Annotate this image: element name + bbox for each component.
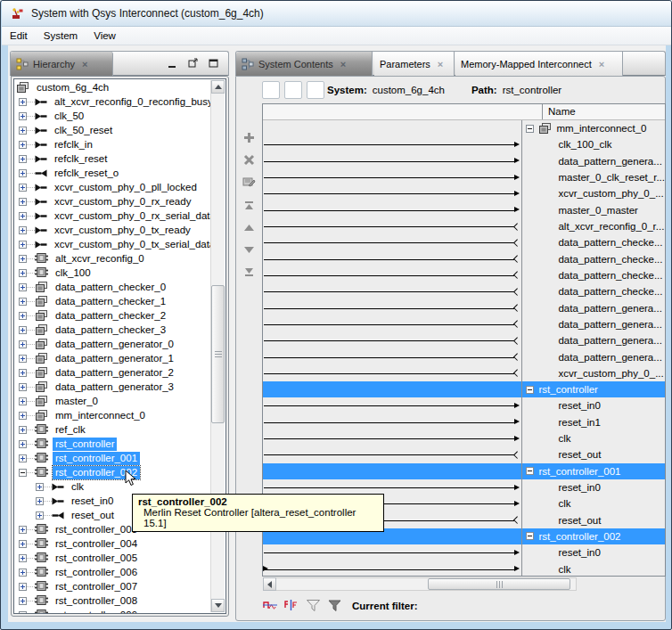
connection-cell[interactable] (263, 283, 521, 299)
expand-icon[interactable] (19, 169, 27, 177)
port-row[interactable]: clk (522, 495, 665, 511)
expand-icon[interactable] (19, 426, 27, 434)
menu-view[interactable]: View (86, 29, 124, 43)
tree-item[interactable]: mm_interconnect_0 (14, 408, 210, 422)
maximize-icon[interactable] (208, 58, 219, 69)
edit-note-icon[interactable] (242, 175, 257, 190)
tree-item[interactable]: alt_xcvr_reconfig_0_reconfig_busy (14, 94, 210, 109)
expand-icon[interactable] (19, 369, 27, 377)
connection-cell[interactable] (263, 120, 521, 136)
expand-icon[interactable] (19, 269, 27, 277)
port-row[interactable]: xcvr_custom_phy_0_... (522, 365, 665, 381)
scroll-down-button[interactable] (211, 599, 225, 612)
expand-icon[interactable] (19, 540, 27, 548)
toolbar-button-1[interactable] (262, 81, 280, 99)
scroll-up-button[interactable] (211, 80, 225, 94)
close-icon[interactable]: × (438, 60, 443, 70)
tree-item[interactable]: data_pattern_generator_0 (14, 337, 210, 351)
remove-icon[interactable] (242, 152, 257, 168)
tree-item[interactable]: data_pattern_generator_3 (14, 380, 210, 394)
port-row[interactable]: clk (522, 560, 665, 577)
tree-item[interactable]: clk (14, 479, 210, 494)
tree-item[interactable]: rst_controller_001 (14, 451, 210, 465)
expand-icon[interactable] (19, 184, 27, 192)
expand-icon[interactable] (19, 298, 27, 306)
close-icon[interactable]: × (82, 60, 87, 70)
connection-cell[interactable] (263, 430, 521, 446)
connection-cell[interactable] (263, 267, 521, 283)
connection-cell[interactable] (263, 153, 521, 169)
tab-parameters[interactable]: Parameters × (374, 52, 455, 77)
collapse-icon[interactable] (526, 386, 534, 394)
expand-icon[interactable] (19, 355, 27, 363)
port-row[interactable]: reset_in0 (522, 544, 665, 560)
connection-cell[interactable] (263, 414, 521, 430)
tree-item[interactable]: custom_6g_4ch (14, 80, 210, 94)
port-row[interactable]: alt_xcvr_reconfig_0_r... (522, 218, 665, 234)
add-icon[interactable] (242, 130, 257, 145)
tree-item[interactable]: rst_controller_004 (14, 536, 210, 551)
tree-item[interactable]: clk_50_reset (14, 123, 210, 137)
module-row[interactable]: rst_controller_002 (522, 528, 665, 544)
expand-icon[interactable] (19, 597, 27, 605)
tree-item[interactable]: data_pattern_checker_0 (14, 280, 210, 294)
connection-cell[interactable] (263, 348, 521, 364)
reset-crossing-icon[interactable] (284, 599, 299, 613)
connection-cell[interactable] (263, 365, 521, 381)
collapse-icon[interactable] (526, 125, 534, 133)
port-row[interactable]: xcvr_custom_phy_0_... (522, 185, 665, 201)
tree-item[interactable]: xcvr_custom_phy_0_tx_ready (14, 223, 210, 237)
scroll-left-button[interactable] (263, 577, 276, 591)
connection-cell[interactable] (263, 169, 521, 185)
tree-item[interactable]: rst_controller_006 (14, 565, 210, 579)
tree-item[interactable]: xcvr_custom_phy_0_tx_serial_data (14, 237, 210, 251)
module-row[interactable]: rst_controller_001 (522, 463, 665, 479)
expand-icon[interactable] (36, 483, 44, 491)
expand-icon[interactable] (19, 98, 27, 106)
port-row[interactable]: clk_100_clk (522, 136, 665, 152)
expand-icon[interactable] (19, 397, 27, 405)
tree-item[interactable]: master_0 (14, 394, 210, 408)
port-row[interactable]: data_pattern_checke... (522, 283, 665, 299)
toolbar-button-2[interactable] (284, 81, 302, 99)
minimize-icon[interactable] (167, 58, 178, 69)
move-bottom-icon[interactable] (242, 264, 257, 279)
expand-icon[interactable] (19, 340, 27, 348)
tree-item[interactable]: ref_clk (14, 422, 210, 437)
tree-item[interactable]: data_pattern_checker_2 (14, 308, 210, 323)
tree-item[interactable]: rst_controller_008 (14, 593, 210, 608)
expand-icon[interactable] (36, 497, 44, 505)
connection-cell[interactable] (263, 446, 521, 462)
connection-cell[interactable] (263, 218, 521, 234)
expand-icon[interactable] (19, 554, 27, 562)
expand-icon[interactable] (19, 312, 27, 320)
expand-icon[interactable] (19, 155, 27, 163)
close-icon[interactable]: × (599, 60, 604, 70)
connection-cell[interactable] (263, 397, 521, 413)
expand-icon[interactable] (36, 511, 44, 520)
tree-item[interactable]: refclk_reset (14, 151, 210, 166)
connection-cell[interactable] (263, 299, 521, 315)
expand-icon[interactable] (19, 112, 27, 120)
connection-cell[interactable] (263, 185, 521, 201)
connection-cell[interactable] (263, 560, 521, 577)
connection-cell[interactable] (263, 332, 521, 348)
move-up-icon[interactable] (242, 220, 257, 235)
expand-icon[interactable] (19, 583, 27, 591)
expand-icon[interactable] (19, 611, 27, 614)
connection-cell[interactable] (263, 463, 521, 479)
collapse-icon[interactable] (526, 467, 534, 475)
tree-item[interactable]: alt_xcvr_reconfig_0 (14, 251, 210, 266)
port-row[interactable]: data_pattern_checke... (522, 251, 665, 267)
tree-item[interactable]: rst_controller (14, 437, 210, 451)
filter-icon[interactable] (306, 599, 321, 614)
clear-filter-icon[interactable] (327, 599, 342, 614)
port-row[interactable]: reset_out (522, 446, 665, 462)
expand-icon[interactable] (19, 569, 27, 577)
tree-item[interactable]: data_pattern_generator_1 (14, 351, 210, 365)
title-bar[interactable]: System with Qsys Interconnect (custom_6g… (2, 1, 671, 27)
tree-item[interactable]: refclk_in (14, 137, 210, 151)
expand-icon[interactable] (19, 326, 27, 334)
menu-edit[interactable]: Edit (2, 29, 36, 43)
tree-item[interactable]: rst_controller_007 (14, 579, 210, 593)
